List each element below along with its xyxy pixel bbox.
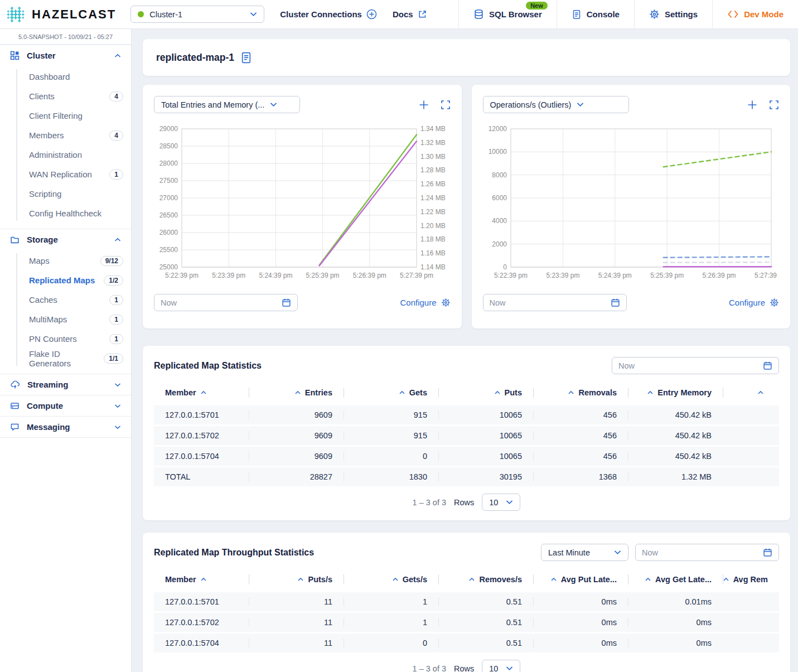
sql-browser-button[interactable]: New SQL Browser (458, 0, 557, 28)
entries-memory-chart: 5:22:39 pm5:23:39 pm5:24:39 pm5:25:39 pm… (154, 123, 450, 286)
column-header-blank[interactable] (723, 390, 779, 395)
replicated-map-statistics-card: Replicated Map Statistics Now MemberEntr… (143, 346, 790, 520)
sidebar-item-members[interactable]: Members4 (0, 125, 131, 145)
new-badge: New (526, 2, 548, 9)
time-window-select[interactable]: Last Minute (541, 544, 628, 561)
page-title-card: replicated-map-1 (143, 39, 790, 76)
svg-text:5:26:39 pm: 5:26:39 pm (702, 272, 736, 279)
sort-caret-icon (494, 390, 501, 395)
console-document-icon (572, 9, 582, 20)
cluster-selector-dropdown[interactable]: Cluster-1 (130, 6, 264, 23)
column-header-puts-s[interactable]: Puts/s (249, 575, 344, 584)
sidebar-item-replicated-maps[interactable]: Replicated Maps1/2 (0, 270, 131, 290)
table-cell: 0.51 (438, 597, 533, 606)
chart-metric-select[interactable]: Total Entries and Memory (... (154, 96, 300, 113)
sidebar-item-maps[interactable]: Maps9/12 (0, 251, 131, 270)
sidebar-section-messaging-header[interactable]: Messaging (0, 417, 131, 437)
table-cell: 1 (344, 618, 438, 627)
column-header-member[interactable]: Member (154, 388, 249, 397)
column-header-gets-s[interactable]: Gets/s (344, 575, 438, 584)
column-header-gets[interactable]: Gets (344, 388, 438, 397)
table-cell: 0 (344, 639, 438, 647)
sidebar-section-compute-header[interactable]: Compute (0, 395, 131, 416)
docs-link[interactable]: Docs (393, 9, 427, 19)
charts-row: Total Entries and Memory (... 5:22:39 pm… (143, 85, 790, 328)
column-header-removes-s[interactable]: Removes/s (438, 575, 533, 584)
sidebar-item-client-filtering[interactable]: Client Filtering (0, 106, 131, 125)
rows-per-page-select[interactable]: 10 (482, 660, 520, 672)
table-cell: 0.01ms (628, 597, 723, 606)
table-row: 127.0.0.1:5701960991510065456450.42 kB (154, 405, 779, 424)
svg-text:1.30 MB: 1.30 MB (420, 153, 446, 161)
sort-caret-icon (399, 390, 405, 395)
rows-per-page-select[interactable]: 10 (482, 494, 520, 511)
document-icon[interactable] (241, 52, 252, 64)
sort-caret-icon (200, 577, 207, 582)
svg-text:27000: 27000 (159, 194, 178, 202)
column-header-avg-get-late[interactable]: Avg Get Late... (628, 575, 723, 584)
sidebar-item-scripting[interactable]: Scripting (0, 184, 131, 204)
svg-text:5:25:39 pm: 5:25:39 pm (306, 272, 340, 279)
sidebar-item-flake-id-generators[interactable]: Flake ID Generators1/1 (0, 349, 131, 368)
section-title: Replicated Map Statistics (154, 361, 262, 371)
svg-text:25500: 25500 (159, 246, 178, 254)
chart-date-filter[interactable]: Now (483, 294, 627, 311)
table-cell: 9609 (249, 431, 344, 440)
sidebar-item-config-healthcheck[interactable]: Config Healthcheck (0, 204, 131, 223)
stats-date-filter[interactable]: Now (612, 357, 779, 374)
sidebar-section-cluster-header[interactable]: Cluster (0, 45, 131, 66)
table-cell: 0ms (533, 597, 628, 606)
section-title: Replicated Map Throughput Statistics (154, 548, 314, 558)
sidebar-item-multimaps[interactable]: MultiMaps1 (0, 310, 131, 329)
column-header-member[interactable]: Member (154, 575, 249, 584)
compute-icon (10, 401, 20, 410)
configure-link[interactable]: Configure (400, 298, 450, 307)
add-chart-button[interactable] (418, 99, 429, 110)
sidebar-section-storage: Storage Maps9/12 Replicated Maps1/2 Cach… (0, 229, 131, 374)
fullscreen-button[interactable] (441, 100, 451, 110)
replicated-map-throughput-table: MemberPuts/sGets/sRemoves/sAvg Put Late.… (154, 570, 779, 652)
sidebar-item-administration[interactable]: Administration (0, 145, 131, 165)
column-header-entries[interactable]: Entries (249, 388, 344, 397)
cluster-connections-button[interactable]: Cluster Connections (280, 9, 377, 20)
chart-metric-select[interactable]: Operations/s (Outliers) (483, 96, 629, 113)
code-icon (727, 9, 739, 19)
table-row: 127.0.0.1:5702960991510065456450.42 kB (154, 426, 779, 445)
configure-link[interactable]: Configure (729, 298, 779, 307)
settings-button[interactable]: Settings (634, 0, 712, 28)
sidebar-section-streaming-header[interactable]: Streaming (0, 374, 131, 395)
sort-caret-icon (200, 390, 207, 395)
sidebar-item-wan-replication[interactable]: WAN Replication1 (0, 165, 131, 184)
sidebar-item-pn-counters[interactable]: PN Counters1 (0, 329, 131, 349)
column-header-puts[interactable]: Puts (438, 388, 533, 397)
sidebar-item-dashboard[interactable]: Dashboard (0, 67, 131, 86)
column-header-entry-memory[interactable]: Entry Memory (628, 388, 723, 397)
table-cell: 1830 (344, 472, 438, 481)
svg-text:2000: 2000 (492, 240, 507, 248)
table-cell: 0ms (533, 639, 628, 647)
column-header-avg-put-late[interactable]: Avg Put Late... (533, 575, 628, 584)
column-header-removals[interactable]: Removals (533, 388, 628, 397)
page-title: replicated-map-1 (156, 52, 234, 64)
chevron-down-icon (506, 500, 513, 505)
throughput-date-filter[interactable]: Now (635, 544, 779, 561)
dev-mode-button[interactable]: Dev Mode (712, 0, 798, 28)
svg-text:26500: 26500 (159, 211, 178, 219)
svg-text:5:25:39 pm: 5:25:39 pm (650, 272, 684, 279)
chart-date-filter[interactable]: Now (154, 294, 298, 311)
table-cell: 127.0.0.1:5704 (154, 452, 249, 461)
add-chart-button[interactable] (747, 99, 758, 110)
version-label: 5.0-SNAPSHOT - 10/09/21 - 05:27 (0, 29, 131, 45)
sidebar-item-clients[interactable]: Clients4 (0, 86, 131, 106)
fullscreen-button[interactable] (769, 100, 779, 110)
count-badge: 1 (109, 295, 123, 305)
chart-series-purple-memory (320, 141, 417, 265)
external-link-icon (418, 9, 427, 19)
count-badge: 1 (109, 315, 123, 325)
console-button[interactable]: Console (557, 0, 634, 28)
sidebar-section-storage-header[interactable]: Storage (0, 229, 131, 250)
column-header-avg-rem[interactable]: Avg Rem (723, 575, 779, 584)
sidebar-item-caches[interactable]: Caches1 (0, 290, 131, 310)
sidebar-storage-items: Maps9/12 Replicated Maps1/2 Caches1 Mult… (0, 250, 131, 374)
table-cell: 10065 (438, 431, 533, 440)
